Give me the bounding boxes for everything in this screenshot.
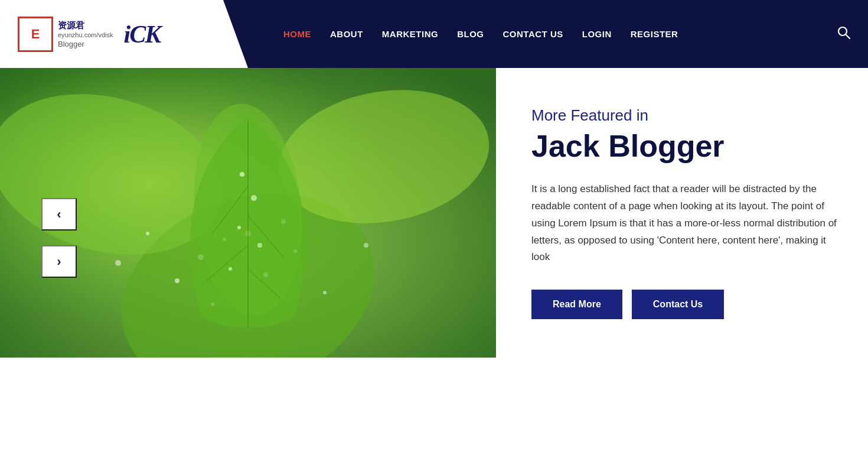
- nav-item-home[interactable]: HOME: [283, 29, 311, 39]
- nav-item-contact[interactable]: CONTACT US: [503, 29, 563, 39]
- svg-point-25: [240, 172, 244, 177]
- nav-item-login[interactable]: LOGIN: [582, 29, 612, 39]
- hero-content: More Featured in Jack Blogger It is a lo…: [496, 68, 868, 358]
- svg-point-27: [237, 226, 241, 229]
- svg-point-28: [257, 243, 262, 248]
- featured-label: More Featured in: [531, 106, 838, 125]
- nav-item-register[interactable]: REGISTER: [631, 29, 678, 39]
- next-arrow-button[interactable]: ›: [41, 245, 77, 278]
- hero-buttons: Read More Contact Us: [531, 290, 838, 319]
- header: E 资源君 eyunzhu.com/vdisk Blogger iCK HOME…: [0, 0, 868, 68]
- svg-line-1: [846, 35, 850, 39]
- svg-point-19: [115, 260, 121, 266]
- nav-item-marketing[interactable]: MARKETING: [382, 29, 438, 39]
- svg-point-29: [229, 267, 232, 271]
- hero-section: ‹ ›: [0, 68, 868, 358]
- nav-item-blog[interactable]: BLOG: [457, 29, 484, 39]
- svg-point-18: [146, 232, 149, 235]
- featured-title: Jack Blogger: [531, 129, 838, 163]
- logo-box: E 资源君 eyunzhu.com/vdisk Blogger iCK: [18, 17, 160, 52]
- bottom-strip: [0, 358, 868, 387]
- search-icon[interactable]: [837, 26, 850, 42]
- logo-area: E 资源君 eyunzhu.com/vdisk Blogger iCK: [0, 0, 248, 68]
- svg-point-16: [323, 291, 327, 294]
- logo-subtitle: eyunzhu.com/vdisk: [58, 31, 113, 38]
- logo-title: 资源君: [58, 20, 113, 31]
- logo-icon-e: E: [18, 17, 53, 52]
- logo-ick: iCK: [124, 20, 161, 48]
- prev-arrow-button[interactable]: ‹: [41, 198, 77, 230]
- featured-body: It is a long established fact that a rea…: [531, 181, 838, 266]
- svg-point-12: [175, 278, 180, 283]
- logo-text-block: 资源君 eyunzhu.com/vdisk Blogger: [58, 20, 113, 48]
- logo-blogger: Blogger: [58, 40, 113, 48]
- main-nav: HOME ABOUT MARKETING BLOG CONTACT US LOG…: [283, 26, 868, 42]
- nav-item-about[interactable]: ABOUT: [330, 29, 363, 39]
- svg-point-17: [364, 243, 368, 248]
- contact-us-button[interactable]: Contact Us: [632, 290, 724, 319]
- read-more-button[interactable]: Read More: [531, 290, 622, 319]
- svg-point-26: [251, 195, 257, 201]
